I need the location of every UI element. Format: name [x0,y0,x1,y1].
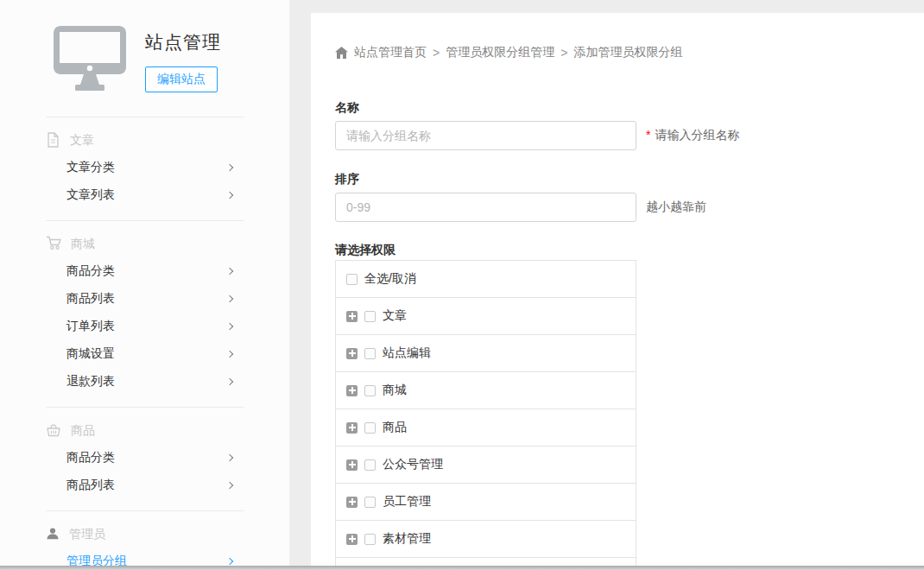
divider [46,407,244,408]
expand-plus-icon[interactable] [346,385,358,396]
sidebar-section-label: 商城 [71,237,95,252]
breadcrumb-item-group-management[interactable]: 管理员权限分组管理 [446,45,554,60]
edit-site-button[interactable]: 编辑站点 [145,66,218,92]
permission-label: 素材管理 [383,531,431,547]
sidebar-item-label: 订单列表 [66,319,115,334]
permission-row-site-edit: 站点编辑 [336,335,636,372]
permission-label: 员工管理 [383,494,431,510]
sidebar-item-label: 商品列表 [66,291,115,307]
add-group-form: 名称 *请输入分组名称 排序 越小越靠前 请选择权限 全选/取消 文章 [335,100,924,570]
permission-row-official-account: 公众号管理 [336,446,636,484]
site-header: 站点管理 编辑站点 [0,0,289,95]
expand-plus-icon[interactable] [346,422,358,434]
home-icon [335,47,348,59]
chevron-right-icon [226,323,233,330]
name-field-label: 名称 [335,100,924,114]
permission-label: 商品 [383,420,407,435]
name-field-hint: *请输入分组名称 [646,128,739,143]
breadcrumb-separator: > [433,46,440,60]
sidebar-section-mall: 商城 [0,235,289,254]
permission-checkbox[interactable] [364,348,376,359]
permission-row-articles: 文章 [336,298,636,335]
sidebar-item-article-category[interactable]: 文章分类 [66,154,232,181]
sidebar-item-product-list[interactable]: 商品列表 [66,472,232,499]
page-title: 站点管理 [145,30,221,54]
group-name-input[interactable] [335,121,636,150]
divider [46,117,244,117]
select-all-row: 全选/取消 [336,261,636,298]
divider [46,510,244,511]
permission-checkbox[interactable] [364,385,376,396]
sidebar-item-label: 商品列表 [66,478,115,493]
permissions-table: 全选/取消 文章 站点编辑 商城 商品 [335,260,636,570]
sidebar-section-label: 商品 [71,423,95,439]
required-mark: * [646,128,650,142]
select-all-label: 全选/取消 [364,271,416,287]
sidebar-section-products: 商品 [0,421,289,440]
sidebar-item-label: 退款列表 [66,374,115,390]
sidebar-item-label: 文章分类 [66,160,115,175]
chevron-right-icon [226,558,233,565]
permission-checkbox[interactable] [364,534,376,545]
permission-row-mall: 商城 [336,372,636,409]
cart-icon [46,236,61,253]
expand-plus-icon[interactable] [346,497,358,508]
permission-label: 公众号管理 [383,457,443,472]
monitor-icon [54,26,126,95]
sidebar-item-label: 商城设置 [66,346,115,362]
permission-label: 商城 [383,383,407,398]
sort-field-label: 排序 [335,172,924,186]
expand-plus-icon[interactable] [346,348,358,359]
sidebar-section-articles: 文章 [0,131,289,150]
permission-row-products: 商品 [336,409,636,446]
chevron-right-icon [226,268,233,275]
permission-label: 站点编辑 [383,345,431,361]
chevron-right-icon [226,482,233,489]
sidebar-item-label: 文章列表 [66,187,115,203]
sidebar: 站点管理 编辑站点 文章 文章分类 文章列表 [0,0,289,570]
chevron-right-icon [226,164,233,171]
document-icon [46,132,60,150]
sidebar-item-article-list[interactable]: 文章列表 [66,181,232,209]
sidebar-item-refund-list[interactable]: 退款列表 [66,368,232,396]
permissions-label: 请选择权限 [335,243,924,256]
expand-plus-icon[interactable] [346,534,358,545]
chevron-right-icon [226,192,233,199]
expand-plus-icon[interactable] [346,311,358,322]
sort-field-hint: 越小越靠前 [646,200,706,215]
sidebar-item-order-list[interactable]: 订单列表 [66,313,232,340]
sidebar-item-label: 商品分类 [66,263,115,279]
sidebar-item-goods-list[interactable]: 商品列表 [66,285,232,313]
sidebar-section-label: 管理员 [69,527,105,542]
chevron-right-icon [226,351,233,358]
permission-row-material: 素材管理 [336,521,636,558]
breadcrumb-item-current: 添加管理员权限分组 [573,45,682,60]
permission-label: 文章 [383,308,407,324]
sort-order-input[interactable] [335,193,636,222]
sidebar-item-goods-category[interactable]: 商品分类 [66,257,232,285]
sidebar-item-mall-settings[interactable]: 商城设置 [66,340,232,368]
breadcrumb-separator: > [560,46,567,60]
permission-checkbox[interactable] [364,422,376,434]
breadcrumb: 站点管理首页 > 管理员权限分组管理 > 添加管理员权限分组 [335,13,924,60]
main-content: 站点管理首页 > 管理员权限分组管理 > 添加管理员权限分组 名称 *请输入分组… [311,13,924,570]
permission-checkbox[interactable] [364,311,376,322]
select-all-checkbox[interactable] [346,274,358,285]
sidebar-item-label: 商品分类 [66,450,115,466]
basket-icon [46,423,61,440]
permission-row-staff: 员工管理 [336,484,636,521]
person-icon [46,527,60,543]
breadcrumb-item-home[interactable]: 站点管理首页 [354,45,427,60]
chevron-right-icon [226,378,233,385]
chevron-right-icon [226,295,233,302]
divider [46,220,244,221]
sidebar-item-product-category[interactable]: 商品分类 [66,444,232,472]
expand-plus-icon[interactable] [346,459,358,471]
sidebar-section-label: 文章 [70,133,94,149]
permission-checkbox[interactable] [364,497,376,508]
window-bottom-edge [0,566,924,570]
sidebar-section-admin: 管理员 [0,525,289,544]
permission-checkbox[interactable] [364,459,376,471]
chevron-right-icon [226,454,233,461]
